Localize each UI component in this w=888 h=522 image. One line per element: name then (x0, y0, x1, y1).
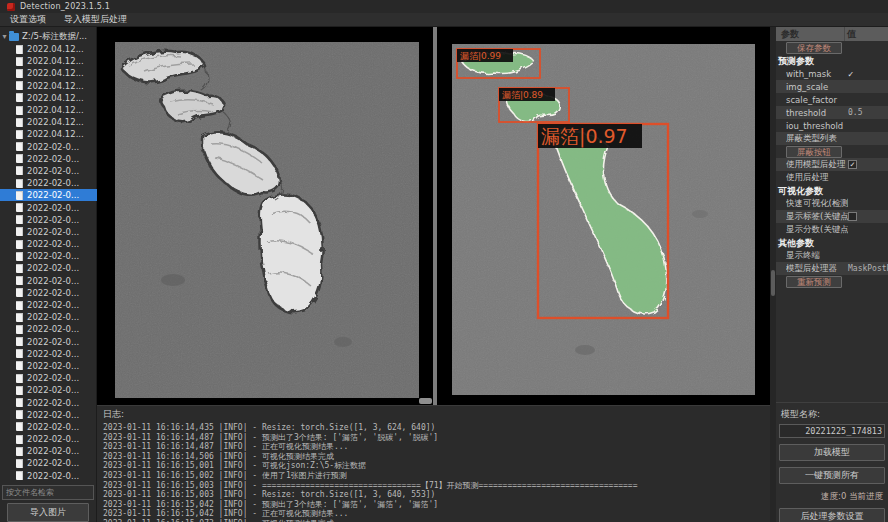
param-row[interactable]: 使用后处理 (776, 171, 888, 184)
file-item-label: 2022-02-0... (27, 458, 79, 468)
file-item-label: 2022-02-0... (27, 178, 79, 188)
file-item[interactable]: 2022-02-0... (0, 275, 97, 287)
param-button[interactable]: 重新预测 (786, 276, 842, 288)
left-viewer-hscroll[interactable] (419, 398, 432, 404)
file-item[interactable]: 2022-02-0... (0, 457, 97, 469)
params-header-value: 值 (844, 27, 888, 41)
menu-bar: 设置选项 导入模型后处理 (0, 13, 888, 27)
log-lines: 2023-01-11 16:16:14,435 |INFO| - Resize:… (103, 423, 770, 522)
file-item[interactable]: 2022.04.12... (0, 43, 97, 55)
file-item[interactable]: 2022-02-0... (0, 336, 97, 348)
param-row[interactable]: 使用模型后处理✓ (776, 158, 888, 171)
file-item[interactable]: 2022-02-0... (0, 141, 97, 153)
check-icon: ✓ (848, 69, 853, 79)
param-value[interactable]: ✓ (848, 69, 888, 79)
param-row[interactable]: 显示终端 (776, 249, 888, 262)
file-item[interactable]: 2022-02-0... (0, 323, 97, 335)
file-item[interactable]: 2022.04.12... (0, 80, 97, 92)
image-viewer-prediction[interactable]: 漏箔|0.99漏箔|0.89漏箔|0.97 (437, 27, 770, 405)
file-icon (16, 227, 23, 236)
file-item[interactable]: 2022-02-0... (0, 262, 97, 274)
param-label: img_scale (786, 82, 848, 92)
file-item[interactable]: 2022-02-0... (0, 433, 97, 445)
file-item[interactable]: 2022-02-0... (0, 311, 97, 323)
log-line: 2023-01-11 16:16:14,435 |INFO| - Resize:… (103, 423, 770, 433)
file-item[interactable]: 2022-02-0... (0, 409, 97, 421)
file-item[interactable]: 2022-02-0... (0, 421, 97, 433)
postprocess-settings-button[interactable]: 后处理参数设置 (779, 508, 885, 522)
file-item[interactable]: 2022-02-0... (0, 214, 97, 226)
detection-label-text: 漏箔|0.99 (460, 51, 501, 61)
file-icon (16, 57, 23, 66)
param-row[interactable]: img_scale (776, 80, 888, 93)
param-value[interactable] (848, 212, 888, 221)
file-icon (16, 471, 23, 480)
checkbox-empty-icon[interactable] (848, 212, 857, 221)
file-search-input[interactable] (2, 485, 94, 500)
file-item[interactable]: 2022-02-0... (0, 360, 97, 372)
param-row[interactable]: threshold0.5 (776, 106, 888, 119)
file-item-label: 2022-02-0... (27, 300, 79, 310)
file-item-label: 2022-02-0... (27, 337, 79, 347)
menu-settings[interactable]: 设置选项 (8, 12, 48, 27)
predict-all-button[interactable]: 一键预测所有 (779, 467, 885, 484)
file-item[interactable]: 2022-02-0... (0, 384, 97, 396)
file-item[interactable]: 2022-02-0... (0, 177, 97, 189)
file-icon (16, 459, 23, 468)
file-item[interactable]: 2022.04.12... (0, 92, 97, 104)
model-name-field[interactable]: 20221225_174813 (779, 424, 885, 438)
file-item[interactable]: 2022-02-0... (0, 299, 97, 311)
param-row[interactable]: 快速可视化(检测) (776, 197, 888, 210)
file-item[interactable]: 2022.04.12... (0, 67, 97, 79)
file-item[interactable]: 2022-02-0... (0, 238, 97, 250)
param-row[interactable]: iou_threshold (776, 119, 888, 132)
param-button[interactable]: 保存参数 (786, 42, 842, 54)
file-item[interactable]: 2022-02-0... (0, 250, 97, 262)
import-image-button[interactable]: 导入图片 (7, 503, 89, 522)
checkbox-checked-icon[interactable]: ✓ (848, 160, 857, 169)
tree-root-folder[interactable]: ▾ Z:/5-标注数据/... (0, 30, 97, 43)
file-item[interactable]: 2022.04.12... (0, 104, 97, 116)
file-item[interactable]: 2022-02-0... (0, 396, 97, 408)
param-rows: 保存参数预测参数with_mask✓img_scalescale_factort… (776, 41, 888, 288)
param-row[interactable]: 模型后处理器MaskPostPro (776, 262, 888, 275)
param-button[interactable]: 屏蔽按钮 (786, 146, 842, 158)
detection-label-text: 漏箔|0.89 (502, 90, 543, 100)
param-row[interactable]: 显示分数(关键点) (776, 223, 888, 236)
file-item[interactable]: 2022-02-0... (0, 226, 97, 238)
param-row[interactable]: 屏蔽类型列表 (776, 132, 888, 145)
params-scrollbar-thumb[interactable] (771, 270, 775, 296)
file-item[interactable]: 2022.04.12... (0, 116, 97, 128)
param-row[interactable]: with_mask✓ (776, 67, 888, 80)
param-value[interactable]: ✓ (848, 160, 888, 169)
file-item[interactable]: 2022-02-0... (0, 189, 97, 201)
file-item[interactable]: 2022-02-0... (0, 372, 97, 384)
file-icon (16, 398, 23, 407)
param-label: 使用后处理 (786, 172, 848, 184)
log-area[interactable]: 日志: 2023-01-11 16:16:14,435 |INFO| - Res… (97, 405, 770, 522)
file-icon (16, 166, 23, 175)
file-item[interactable]: 2022.04.12... (0, 55, 97, 67)
param-label: 快速可视化(检测) (786, 198, 848, 210)
file-item[interactable]: 2022.04.12... (0, 128, 97, 140)
image-viewer-original[interactable] (97, 27, 433, 405)
file-item[interactable]: 2022-02-0... (0, 445, 97, 457)
file-icon (16, 288, 23, 297)
param-row[interactable]: 显示标签(关键点) (776, 210, 888, 223)
file-item[interactable]: 2022-02-0... (0, 348, 97, 360)
param-section-title: 预测参数 (776, 54, 888, 67)
file-icon (16, 130, 23, 139)
load-model-button[interactable]: 加载模型 (779, 444, 885, 461)
menu-import-postprocess[interactable]: 导入模型后处理 (62, 12, 129, 27)
file-item[interactable]: 2022-02-0... (0, 287, 97, 299)
file-item-label: 2022.04.12... (27, 68, 84, 78)
param-row[interactable]: scale_factor (776, 93, 888, 106)
file-item[interactable]: 2022-02-0... (0, 470, 97, 482)
file-item[interactable]: 2022-02-0... (0, 153, 97, 165)
tree-expand-icon[interactable]: ▾ (0, 32, 9, 41)
file-item-label: 2022-02-0... (27, 215, 79, 225)
file-item[interactable]: 2022-02-0... (0, 165, 97, 177)
file-item-label: 2022-02-0... (27, 373, 79, 383)
file-item-label: 2022-02-0... (27, 190, 79, 200)
file-item[interactable]: 2022-02-0... (0, 201, 97, 213)
